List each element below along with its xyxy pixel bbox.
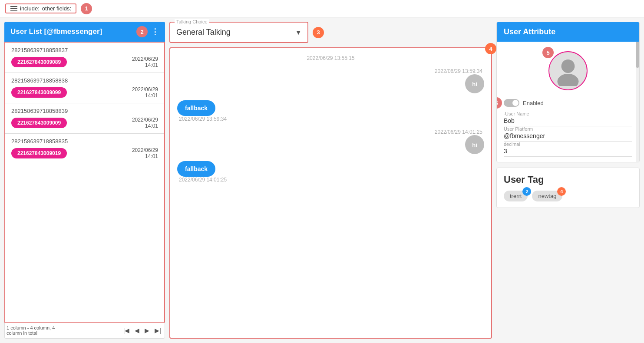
- chat-bubble-left-row: fallback: [177, 161, 484, 177]
- user-bubble-right: hi: [465, 74, 484, 93]
- field-value: 3: [504, 148, 632, 157]
- pagination-controls: |◀ ◀ ▶ ▶|: [122, 326, 163, 335]
- user-id: 282158639718858839: [11, 108, 158, 114]
- user-id: 282158639718858837: [11, 47, 158, 53]
- user-attribute-title: User Attribute: [504, 27, 555, 36]
- user-date: 2022/06/2914:01: [132, 86, 158, 99]
- user-list-menu-icon[interactable]: ⋮: [151, 27, 159, 36]
- toolbar-inner: include: other fields:: [5, 3, 76, 13]
- user-attribute-header: User Attribute: [497, 22, 639, 42]
- field-group: User Platform @fbmessenger: [504, 126, 632, 142]
- pagination: 1 column - 4 column, 4 column in total |…: [4, 323, 165, 339]
- talking-choice-select[interactable]: General Talking ▼: [176, 26, 301, 39]
- hamburger-icon[interactable]: [10, 6, 17, 11]
- user-list-header: User List [@fbmessenger] 2 ⋮: [4, 22, 165, 42]
- step-badge-2: 2: [136, 26, 148, 37]
- user-tag-box: User Tag trerrt 2 newtag 4: [496, 168, 640, 208]
- step-badge-1: 1: [81, 3, 92, 14]
- enabled-row: 5 Enabled: [504, 99, 632, 107]
- main-layout: User List [@fbmessenger] 2 ⋮ 28215863971…: [0, 17, 644, 343]
- user-item[interactable]: 282158639718858837 221627843009089 2022/…: [5, 43, 164, 73]
- tag-list: trerrt 2 newtag 4: [504, 191, 632, 201]
- user-id: 282158639718858838: [11, 77, 158, 84]
- left-panel: User List [@fbmessenger] 2 ⋮ 28215863971…: [4, 22, 165, 339]
- field-label: User Platform: [504, 126, 632, 132]
- tag-item[interactable]: newtag 4: [532, 191, 562, 201]
- chat-message-left: fallback 2022/06/29 14:01:25: [177, 161, 484, 183]
- toolbar-include-label: include:: [20, 5, 40, 12]
- avatar: [548, 51, 588, 90]
- user-date: 2022/06/2914:01: [132, 147, 158, 159]
- avatar-container: 5: [548, 51, 588, 90]
- user-item-row: 221627843009009 2022/06/2914:01: [11, 117, 158, 129]
- dropdown-arrow-icon: ▼: [295, 29, 301, 36]
- pagination-first[interactable]: |◀: [122, 326, 132, 335]
- field-label: decimal: [504, 142, 632, 147]
- pagination-info: 1 column - 4 column, 4 column in total: [7, 325, 55, 336]
- toolbar-other-fields-label: other fields:: [42, 5, 71, 12]
- tag-count: 4: [557, 187, 566, 196]
- tag-item[interactable]: trerrt 2: [504, 191, 528, 201]
- chat-bubble-right-row: hi: [177, 74, 484, 93]
- user-item-row: 221627843009019 2022/06/2914:01: [11, 147, 158, 159]
- field-value: Bob: [504, 117, 632, 126]
- pagination-prev[interactable]: ◀: [133, 326, 141, 335]
- pagination-last[interactable]: ▶|: [153, 326, 163, 335]
- right-panel: User Attribute 5: [496, 22, 640, 339]
- svg-point-1: [558, 74, 579, 86]
- svg-point-0: [561, 59, 575, 73]
- avatar-area: 5: [504, 47, 632, 95]
- user-bubble-right: hi: [465, 135, 484, 154]
- talking-choice-label: Talking Choice: [175, 19, 209, 24]
- step-badge-3: 3: [313, 27, 324, 38]
- bot-bubble-left: fallback: [177, 100, 215, 116]
- step-badge-5: 5: [542, 47, 554, 58]
- avatar-svg: [553, 56, 583, 86]
- step-badge-4: 4: [485, 43, 496, 54]
- enabled-toggle-container: 5 Enabled: [504, 99, 544, 107]
- talking-choice-box: Talking Choice General Talking ▼: [169, 22, 308, 43]
- pagination-next[interactable]: ▶: [143, 326, 151, 335]
- attr-scrollbar[interactable]: [636, 42, 639, 162]
- user-id: 282158639718858835: [11, 138, 158, 145]
- toolbar: include: other fields: 1: [0, 0, 644, 17]
- field-group: ·User Name Bob: [504, 111, 632, 126]
- user-badge[interactable]: 221627843009099: [11, 87, 67, 98]
- chat-message-right: 2022/06/29 13:59:34 hi: [177, 68, 484, 93]
- talking-choice-value: General Talking: [176, 28, 231, 37]
- chat-ts-left: 2022/06/29 13:59:34: [177, 116, 484, 122]
- chat-bubble-left-row: fallback: [177, 100, 484, 116]
- user-badge[interactable]: 221627843009019: [11, 148, 67, 158]
- user-attribute-body: 5 5: [497, 42, 639, 162]
- enabled-label: Enabled: [523, 100, 544, 106]
- user-item[interactable]: 282158639718858835 221627843009019 2022/…: [5, 134, 164, 164]
- user-tag-title: User Tag: [504, 174, 632, 185]
- field-label: ·User Name: [504, 111, 632, 116]
- tag-count: 2: [522, 187, 531, 196]
- user-badge[interactable]: 221627843009089: [11, 57, 67, 67]
- field-value: @fbmessenger: [504, 132, 632, 142]
- chat-area: 2022/06/29 13:55:15 2022/06/29 13:59:34 …: [169, 47, 492, 339]
- user-item-row: 221627843009099 2022/06/2914:01: [11, 86, 158, 99]
- enabled-toggle[interactable]: [504, 99, 519, 107]
- chat-timestamp-center: 2022/06/29 13:55:15: [177, 55, 484, 61]
- user-list-title: User List [@fbmessenger]: [10, 27, 102, 36]
- user-date: 2022/06/2914:01: [132, 117, 158, 129]
- user-item[interactable]: 282158639718858839 221627843009009 2022/…: [5, 103, 164, 134]
- middle-panel: Talking Choice General Talking ▼ 3 2022/…: [169, 22, 492, 339]
- toggle-knob: [512, 100, 519, 106]
- user-item-row: 221627843009089 2022/06/2914:01: [11, 56, 158, 68]
- chat-wrapper: 2022/06/29 13:55:15 2022/06/29 13:59:34 …: [169, 47, 492, 339]
- user-item[interactable]: 282158639718858838 221627843009099 2022/…: [5, 73, 164, 103]
- chat-ts-right: 2022/06/29 14:01:25: [177, 129, 484, 135]
- step-badge-6: 5: [496, 97, 502, 109]
- user-badge[interactable]: 221627843009009: [11, 118, 67, 128]
- chat-ts-left: 2022/06/29 14:01:25: [177, 177, 484, 183]
- chat-message-left: fallback 2022/06/29 13:59:34: [177, 100, 484, 122]
- bot-bubble-left: fallback: [177, 161, 215, 177]
- user-date: 2022/06/2914:01: [132, 56, 158, 68]
- chat-message-right: 2022/06/29 14:01:25 hi: [177, 129, 484, 154]
- user-list-body: 282158639718858837 221627843009089 2022/…: [4, 42, 165, 323]
- field-group: decimal 3: [504, 142, 632, 157]
- attr-scrollbar-thumb: [636, 42, 639, 68]
